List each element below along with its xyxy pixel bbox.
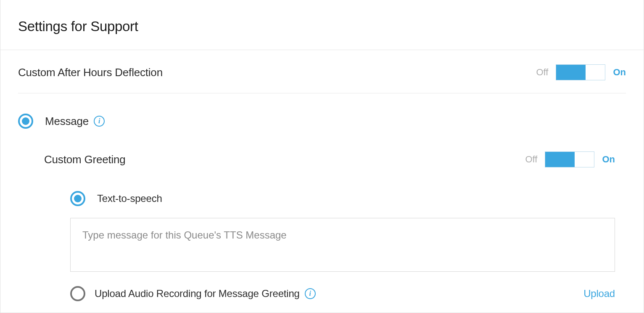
greeting-options: Text-to-speech Upload Audio Recording fo… <box>44 172 626 301</box>
radio-inner-dot <box>74 195 82 202</box>
deflection-label: Custom After Hours Deflection <box>18 66 163 79</box>
message-radio[interactable] <box>18 114 33 129</box>
tts-radio-row: Text-to-speech <box>70 172 626 206</box>
toggle-switch-off-segment <box>575 152 594 167</box>
upload-radio[interactable] <box>70 286 85 301</box>
page-title: Settings for Support <box>18 19 626 34</box>
greeting-toggle-on-label: On <box>602 154 615 165</box>
greeting-toggle-off-label: Off <box>525 154 537 165</box>
tts-textarea-wrap <box>70 206 626 273</box>
greeting-toggle-switch[interactable] <box>545 151 594 167</box>
message-label-group: Message i <box>45 115 105 128</box>
tts-radio[interactable] <box>70 191 85 206</box>
upload-radio-row: Upload Audio Recording for Message Greet… <box>70 273 626 301</box>
deflection-toggle-switch[interactable] <box>556 64 605 80</box>
message-info-icon[interactable]: i <box>94 116 105 127</box>
toggle-switch-off-segment <box>586 65 605 80</box>
deflection-toggle-on-label: On <box>613 67 626 78</box>
upload-left-group: Upload Audio Recording for Message Greet… <box>70 286 316 301</box>
upload-label-group: Upload Audio Recording for Message Greet… <box>95 288 316 300</box>
upload-radio-label: Upload Audio Recording for Message Greet… <box>95 288 300 300</box>
toggle-switch-on-segment <box>545 152 575 167</box>
message-radio-row: Message i <box>18 93 626 129</box>
deflection-toggle-off-label: Off <box>536 67 548 78</box>
settings-header: Settings for Support <box>0 0 644 50</box>
greeting-section: Custom Greeting Off On Text-to-speech <box>18 129 626 301</box>
tts-radio-label: Text-to-speech <box>97 193 162 204</box>
upload-link[interactable]: Upload <box>583 288 615 300</box>
greeting-toggle-group: Off On <box>525 151 626 167</box>
settings-content: Custom After Hours Deflection Off On Mes… <box>0 50 644 301</box>
upload-info-icon[interactable]: i <box>305 288 316 299</box>
deflection-section: Custom After Hours Deflection Off On <box>18 50 626 93</box>
custom-greeting-label: Custom Greeting <box>44 153 126 166</box>
toggle-switch-on-segment <box>556 65 586 80</box>
radio-inner-dot <box>22 117 29 125</box>
custom-greeting-row: Custom Greeting Off On <box>44 129 626 172</box>
deflection-toggle-group: Off On <box>536 64 626 80</box>
message-radio-label: Message <box>45 115 89 128</box>
tts-message-input[interactable] <box>70 218 615 272</box>
